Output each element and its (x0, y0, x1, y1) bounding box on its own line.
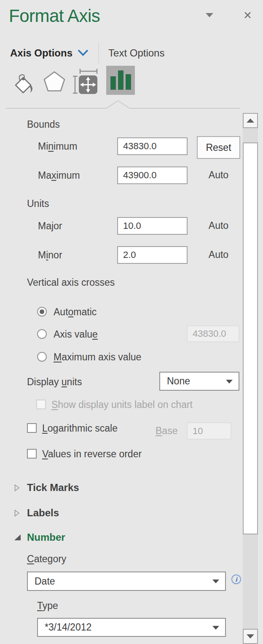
labels-heading: Labels (27, 507, 59, 519)
display-units-label: Display units (27, 376, 82, 388)
pane-title: Format Axis (9, 6, 100, 26)
collapsed-triangle-icon (14, 484, 20, 491)
pentagon-effects-icon (43, 70, 66, 93)
section-tick-marks[interactable]: Tick Marks (14, 481, 79, 494)
units-heading: Units (27, 198, 49, 209)
close-button[interactable]: ✕ (243, 10, 252, 21)
scrollbar (243, 113, 258, 644)
tab-axis-options[interactable]: Axis Options (10, 47, 88, 59)
tab-size-properties[interactable] (72, 68, 99, 95)
reset-button[interactable]: Reset (197, 136, 240, 159)
axis-value-radio[interactable] (37, 329, 47, 339)
type-label: Type (37, 600, 58, 612)
type-dropdown[interactable]: *3/14/2012 (37, 618, 226, 637)
category-label: Category (27, 553, 66, 565)
display-units-dropdown[interactable]: None (159, 372, 239, 391)
maximum-input[interactable] (117, 166, 188, 184)
collapsed-triangle-icon (14, 510, 20, 517)
maximum-axis-value-label: Maximum axis value (54, 351, 141, 363)
show-units-label-text: Show display units label on chart (51, 399, 193, 411)
pane-menu-caret-icon (206, 13, 213, 17)
reverse-order-label: Values in reverse order (42, 448, 142, 460)
automatic-radio[interactable] (37, 307, 47, 317)
major-auto-label: Auto (197, 220, 240, 231)
dropdown-caret-icon (212, 580, 219, 583)
logarithmic-scale-label: Logarithmic scale (42, 422, 118, 434)
section-number[interactable]: Number (14, 531, 65, 544)
size-properties-icon (73, 68, 98, 95)
selected-tab-notch (106, 100, 130, 109)
tab-fill-line[interactable] (12, 72, 35, 94)
reverse-order-checkbox[interactable] (27, 449, 37, 459)
crosses-heading: Vertical axis crosses (27, 276, 115, 288)
scroll-up-button[interactable] (243, 113, 258, 128)
tick-marks-heading: Tick Marks (27, 482, 79, 494)
pane-menu-button[interactable] (206, 13, 213, 17)
minimum-label: Minimum (38, 140, 77, 152)
category-dropdown[interactable]: Date (27, 572, 226, 591)
dropdown-caret-icon (212, 626, 219, 630)
axis-value-label: Axis value (54, 328, 98, 340)
tab-axis-options-chart[interactable] (106, 66, 135, 95)
major-unit-input[interactable] (117, 217, 188, 235)
tab-divider (98, 43, 99, 63)
dropdown-caret-icon (226, 380, 233, 384)
scroll-down-icon (247, 634, 254, 639)
logarithmic-scale-checkbox[interactable] (27, 423, 37, 433)
maximum-axis-value-radio[interactable] (37, 352, 47, 362)
expanded-triangle-icon (14, 534, 21, 541)
bar-chart-icon (110, 70, 131, 90)
minor-auto-label: Auto (197, 249, 240, 260)
maximum-label: Maximum (38, 169, 80, 181)
info-icon[interactable]: i (231, 574, 241, 584)
axis-value-input (187, 325, 239, 342)
base-label: Base (156, 425, 177, 437)
minimum-input[interactable] (117, 137, 188, 155)
chevron-down-icon (78, 50, 88, 56)
minor-label: Minor (38, 249, 62, 261)
automatic-label: Automatic (54, 306, 97, 318)
tab-text-options[interactable]: Text Options (108, 47, 164, 59)
scrollbar-thumb[interactable] (243, 142, 258, 534)
format-axis-pane: Format Axis ✕ Axis Options Text Options (0, 0, 263, 644)
base-input (187, 422, 231, 440)
major-label: Major (38, 220, 62, 232)
minor-unit-input[interactable] (117, 246, 188, 264)
scroll-up-icon (247, 118, 254, 123)
section-labels[interactable]: Labels (14, 506, 59, 520)
scroll-down-button[interactable] (243, 629, 258, 644)
number-heading: Number (27, 531, 65, 543)
show-units-label-checkbox (36, 400, 46, 409)
maximum-auto-label: Auto (197, 169, 240, 181)
tab-axis-options-label: Axis Options (10, 47, 72, 59)
bounds-heading: Bounds (27, 118, 60, 130)
tab-effects[interactable] (42, 69, 67, 93)
fill-bucket-icon (12, 72, 35, 94)
